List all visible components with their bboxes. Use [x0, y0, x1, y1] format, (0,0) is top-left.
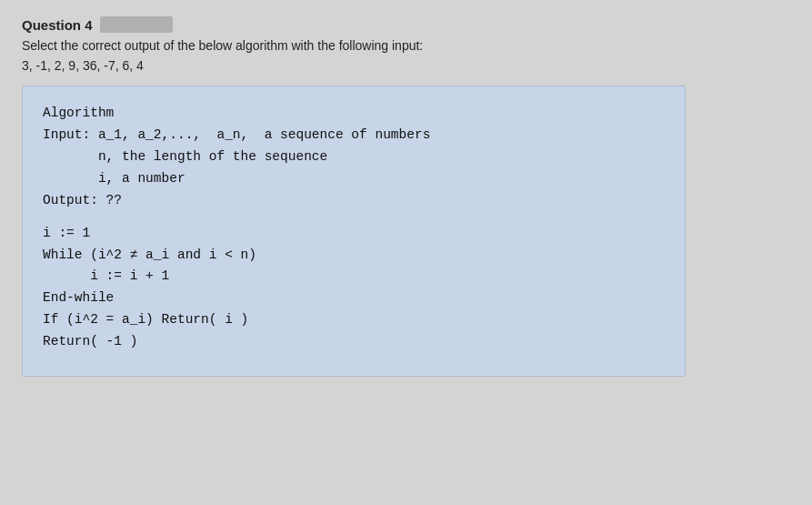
- algo-output-line: Output: ??: [43, 190, 665, 212]
- algorithm-box: Algorithm Input: a_1, a_2,..., a_n, a se…: [22, 86, 686, 377]
- algo-code-line-6: Return( -1 ): [43, 331, 665, 353]
- question-header: Question 4: [22, 16, 790, 33]
- algo-input-line3: i, a number: [43, 168, 665, 190]
- algo-input-line2: n, the length of the sequence: [43, 146, 665, 168]
- question-input: 3, -1, 2, 9, 36, -7, 6, 4: [22, 58, 790, 73]
- spacer: [43, 212, 665, 223]
- algo-code-line-2: While (i^2 ≠ a_i and i < n): [43, 245, 665, 267]
- algo-input-line1: Input: a_1, a_2,..., a_n, a sequence of …: [43, 125, 665, 146]
- question-badge: [100, 16, 173, 33]
- page: Question 4 Select the correct output of …: [0, 0, 812, 505]
- algo-code-line-4: End-while: [43, 288, 665, 309]
- question-number: Question 4: [22, 17, 93, 33]
- algo-title: Algorithm: [43, 103, 665, 125]
- algo-code-line-3: i := i + 1: [43, 266, 665, 288]
- question-description: Select the correct output of the below a…: [22, 38, 790, 53]
- algo-code-line-1: i := 1: [43, 223, 665, 245]
- algo-code-line-5: If (i^2 = a_i) Return( i ): [43, 309, 665, 331]
